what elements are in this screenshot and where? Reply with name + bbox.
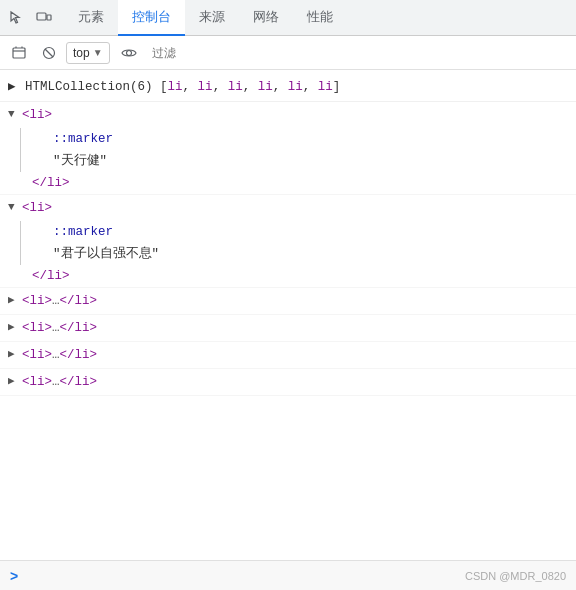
tree-node-4: <li>…</li>	[0, 315, 576, 342]
tab-icons	[4, 6, 56, 30]
context-selector[interactable]: top ▼	[66, 42, 110, 64]
tab-network[interactable]: 网络	[239, 0, 293, 36]
dropdown-arrow-icon: ▼	[93, 47, 103, 58]
block-icon-button[interactable]	[36, 40, 62, 66]
tree-node-3-header[interactable]: <li>…</li>	[0, 288, 576, 314]
node1-arrow[interactable]	[8, 106, 22, 124]
svg-point-8	[126, 50, 131, 55]
node4-arrow[interactable]	[8, 319, 22, 337]
node2-close: </li>	[0, 265, 576, 287]
tree-node-6: <li>…</li>	[0, 369, 576, 396]
clear-console-button[interactable]	[6, 40, 32, 66]
console-prompt[interactable]: >	[10, 568, 18, 584]
svg-rect-0	[37, 13, 46, 20]
tab-sources[interactable]: 来源	[185, 0, 239, 36]
watermark: CSDN @MDR_0820	[465, 570, 566, 582]
svg-line-7	[45, 49, 53, 57]
tree-node-2-header[interactable]: <li>	[0, 195, 576, 221]
tree-node-5-header[interactable]: <li>…</li>	[0, 342, 576, 368]
collection-expand-arrow[interactable]: ▶	[8, 80, 16, 94]
tree-node-3: <li>…</li>	[0, 288, 576, 315]
context-label: top	[73, 46, 90, 60]
node2-text: "君子以自强不息"	[45, 243, 576, 265]
tree-node-1: <li> ::marker "天行健" </li>	[0, 102, 576, 195]
node2-arrow[interactable]	[8, 199, 22, 217]
node2-marker: ::marker	[45, 221, 576, 243]
prompt-symbol: >	[10, 568, 18, 584]
tree-node-1-header[interactable]: <li>	[0, 102, 576, 128]
svg-rect-2	[13, 48, 25, 58]
svg-rect-1	[47, 15, 51, 20]
bottom-bar: > CSDN @MDR_0820	[0, 560, 576, 590]
cursor-icon[interactable]	[4, 6, 28, 30]
tab-console[interactable]: 控制台	[118, 0, 185, 36]
tree-node-2: <li> ::marker "君子以自强不息" </li>	[0, 195, 576, 288]
node1-marker: ::marker	[45, 128, 576, 150]
tree-node-6-header[interactable]: <li>…</li>	[0, 369, 576, 395]
node2-children: ::marker "君子以自强不息"	[20, 221, 576, 265]
node1-children: ::marker "天行健"	[20, 128, 576, 172]
console-toolbar: top ▼	[0, 36, 576, 70]
tree-node-5: <li>…</li>	[0, 342, 576, 369]
node6-arrow[interactable]	[8, 373, 22, 391]
html-collection-line[interactable]: ▶ HTMLCollection(6) [li, li, li, li, li,…	[0, 74, 576, 102]
node3-arrow[interactable]	[8, 292, 22, 310]
tab-bar: 元素 控制台 来源 网络 性能	[0, 0, 576, 36]
filter-input[interactable]	[148, 44, 570, 62]
tree-node-4-header[interactable]: <li>…</li>	[0, 315, 576, 341]
node5-arrow[interactable]	[8, 346, 22, 364]
device-icon[interactable]	[32, 6, 56, 30]
node1-text: "天行健"	[45, 150, 576, 172]
eye-icon-button[interactable]	[114, 40, 144, 66]
tab-elements[interactable]: 元素	[64, 0, 118, 36]
console-output: ▶ HTMLCollection(6) [li, li, li, li, li,…	[0, 70, 576, 560]
node1-close: </li>	[0, 172, 576, 194]
tab-performance[interactable]: 性能	[293, 0, 347, 36]
